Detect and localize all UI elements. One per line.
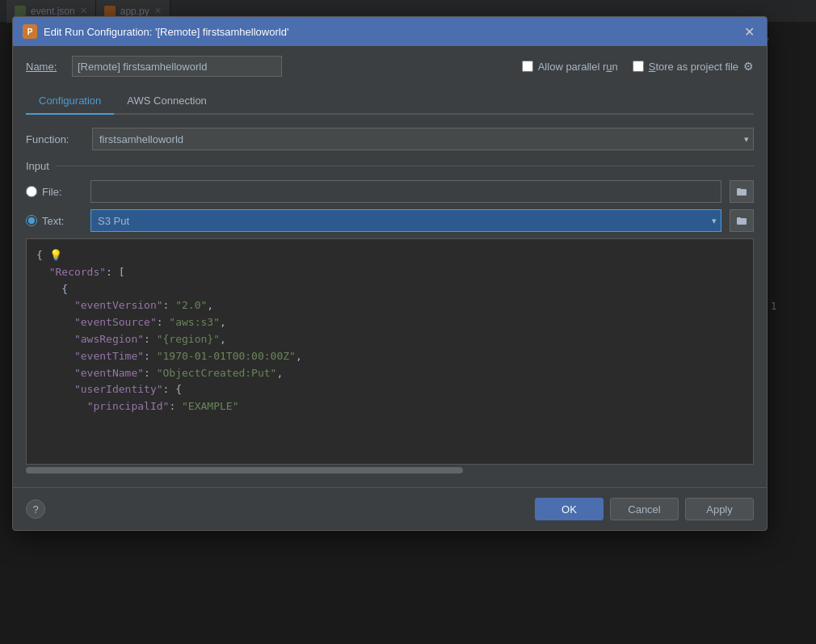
file-browse-button[interactable]	[730, 180, 754, 203]
function-select-wrapper: firstsamhelloworld ▾	[92, 128, 754, 150]
allow-parallel-item: Allow parallel run	[522, 61, 618, 73]
horizontal-scrollbar[interactable]	[26, 466, 754, 474]
folder-icon-2	[736, 215, 747, 226]
file-input[interactable]	[90, 180, 721, 203]
svg-rect-2	[737, 218, 747, 225]
help-button[interactable]: ?	[26, 499, 45, 519]
text-select[interactable]: S3 Put S3 Get API Gateway DynamoDB Kines…	[90, 209, 721, 232]
tabs-bar: Configuration AWS Connection	[26, 88, 754, 115]
text-browse-button[interactable]	[730, 209, 754, 232]
dialog-title-left: P Edit Run Configuration: '[Remote] firs…	[23, 24, 288, 39]
run-config-dialog: P Edit Run Configuration: '[Remote] firs…	[12, 16, 768, 531]
function-select[interactable]: firstsamhelloworld	[92, 128, 754, 150]
file-radio[interactable]	[26, 186, 37, 197]
json-line-obj-open: {	[36, 281, 743, 298]
svg-rect-0	[737, 189, 747, 196]
json-line-aws-region: "awsRegion": "{region}",	[36, 331, 743, 348]
horizontal-scrollbar-thumb[interactable]	[26, 467, 463, 474]
text-label: Text:	[42, 215, 64, 227]
json-line-user-identity: "userIdentity": {	[36, 381, 743, 398]
function-row: Function: firstsamhelloworld ▾	[26, 128, 754, 150]
name-row: Name: Allow parallel run Store as projec…	[26, 56, 754, 77]
text-radio[interactable]	[26, 215, 37, 226]
file-radio-label: File:	[26, 186, 82, 198]
json-line-event-time: "eventTime": "1970-01-01T00:00:00Z",	[36, 348, 743, 365]
text-radio-label: Text:	[26, 215, 82, 227]
json-editor[interactable]: { 💡 "Records": [ { "eventVersion": "2.0"…	[26, 238, 754, 465]
store-project-item: Store as project file ⚙	[633, 60, 754, 73]
dialog-footer: ? OK Cancel Apply	[13, 487, 767, 530]
file-label: File:	[42, 186, 62, 198]
folder-icon	[736, 186, 747, 197]
footer-right: OK Cancel Apply	[535, 498, 754, 520]
tab-aws-connection[interactable]: AWS Connection	[114, 88, 220, 115]
input-section-label: Input	[26, 160, 49, 172]
allow-parallel-label[interactable]: Allow parallel run	[538, 61, 618, 73]
name-input[interactable]	[72, 56, 282, 77]
apply-button[interactable]: Apply	[685, 498, 754, 520]
cancel-button[interactable]: Cancel	[610, 498, 679, 520]
dialog-title-text: Edit Run Configuration: '[Remote] firsts…	[44, 26, 288, 38]
file-row: File:	[26, 180, 754, 203]
svg-rect-3	[737, 217, 741, 219]
json-line-event-version: "eventVersion": "2.0",	[36, 297, 743, 314]
checkbox-group: Allow parallel run Store as project file…	[522, 60, 754, 73]
json-line-truncated: "principalId": "EXAMPLE"	[36, 398, 743, 415]
footer-left: ?	[26, 499, 45, 519]
svg-rect-1	[737, 188, 741, 190]
tab-configuration[interactable]: Configuration	[26, 88, 114, 115]
name-label: Name:	[26, 61, 62, 73]
function-label: Function:	[26, 133, 82, 145]
json-line-records: "Records": [	[36, 264, 743, 281]
store-project-checkbox[interactable]	[633, 61, 644, 72]
dialog-body: Name: Allow parallel run Store as projec…	[13, 46, 767, 487]
store-project-label[interactable]: Store as project file	[649, 61, 738, 73]
text-select-wrapper: S3 Put S3 Get API Gateway DynamoDB Kines…	[90, 209, 721, 232]
ok-button[interactable]: OK	[535, 498, 604, 520]
allow-parallel-checkbox[interactable]	[522, 61, 533, 72]
json-line-event-name: "eventName": "ObjectCreated:Put",	[36, 365, 743, 382]
settings-gear-icon[interactable]: ⚙	[743, 60, 754, 73]
dialog-titlebar: P Edit Run Configuration: '[Remote] firs…	[13, 17, 767, 46]
json-line-event-source: "eventSource": "aws:s3",	[36, 314, 743, 331]
pycharm-icon: P	[23, 24, 37, 39]
text-row: Text: S3 Put S3 Get API Gateway DynamoDB…	[26, 209, 754, 232]
input-section-header: Input	[26, 160, 754, 172]
dialog-close-button[interactable]: ✕	[741, 23, 757, 40]
json-line-brace: { 💡	[36, 247, 743, 264]
